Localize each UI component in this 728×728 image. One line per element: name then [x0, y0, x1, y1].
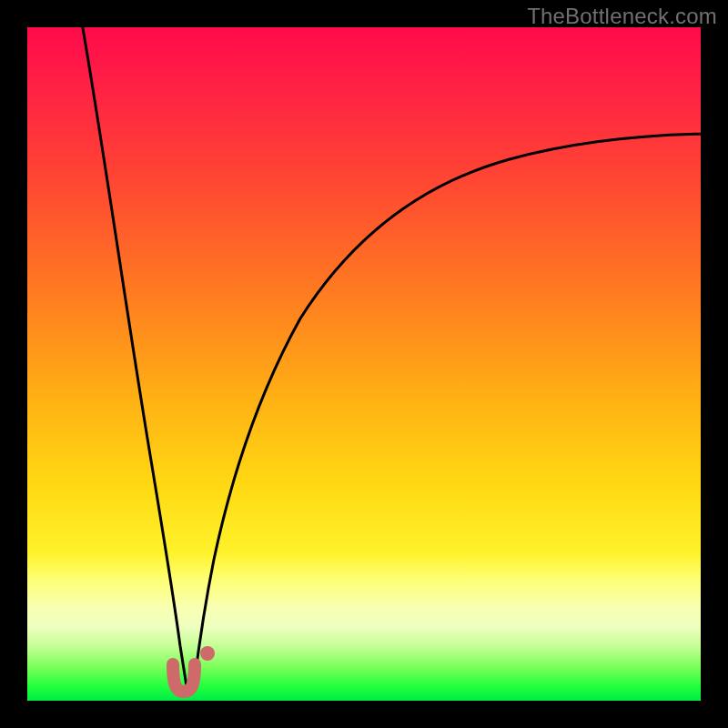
- curve-left-branch: [82, 23, 187, 686]
- chart-frame: TheBottleneck.com: [0, 0, 728, 728]
- plot-area: [27, 27, 701, 701]
- curve-layer: [27, 27, 701, 701]
- watermark-text: TheBottleneck.com: [527, 4, 717, 29]
- curve-right-branch: [194, 134, 705, 686]
- near-min-marker-dot: [200, 646, 215, 661]
